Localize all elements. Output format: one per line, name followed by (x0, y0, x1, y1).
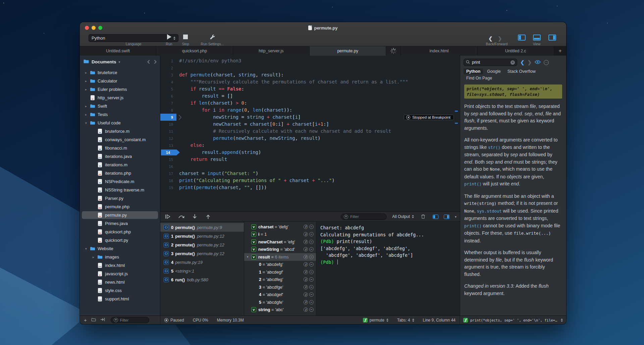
collapse-console-button[interactable]: ▾ (455, 215, 457, 219)
gutter-line-18[interactable]: 18 (160, 177, 176, 184)
docs-content[interactable]: print(*objects, sep=' ', end='\n',file=s… (460, 81, 566, 315)
remove-icon[interactable] (309, 232, 314, 236)
docs-tab-python[interactable]: Python (464, 68, 483, 74)
file-tree-item[interactable]: ▸Tests (80, 110, 160, 119)
variable-row[interactable]: 1 = 'abcdegf'i (244, 268, 316, 276)
file-tree-item[interactable]: phppermute.php (80, 203, 160, 211)
variable-row[interactable]: 0 = 'abcdefg'i (244, 261, 316, 269)
variable-row[interactable]: Vstring = 'abc'i (244, 306, 316, 314)
step-out-button[interactable] (204, 214, 212, 219)
gutter-line-1[interactable]: 1 (160, 57, 176, 64)
docs-tab-google[interactable]: Google (484, 68, 503, 74)
gutter-line-5[interactable]: 5 (160, 85, 176, 93)
info-icon[interactable]: i (304, 240, 308, 244)
gutter-line-2[interactable]: 2 (160, 64, 176, 71)
info-icon[interactable]: i (304, 300, 308, 304)
info-icon[interactable]: i (304, 292, 308, 297)
console-layout-right-toggle[interactable] (444, 215, 449, 219)
gutter-line-19[interactable]: 19 (160, 184, 176, 191)
gutter-line-8[interactable]: 8 (160, 107, 176, 114)
stack-frame[interactable]: {}1permute()permute.py:12 (160, 232, 244, 240)
file-tree-item[interactable]: mfibonacci.m (80, 144, 160, 152)
file-tree-item[interactable]: mNSPredicate.m (80, 177, 160, 186)
tab-quicksort-php[interactable]: quicksort.php (156, 46, 233, 56)
variable-row[interactable]: ▾Vresult = 6 itemsi (244, 253, 316, 261)
statusbar-docs-section[interactable]: ƒ print(*objects, sep=' ', end='\n', fil… (460, 316, 566, 324)
tabs-count-selector[interactable]: Tabs: 4 (397, 318, 414, 323)
file-tree-item[interactable]: htmlnews.html (80, 278, 160, 286)
variable-row[interactable]: 3 = 'abcdfge'i (244, 283, 316, 291)
info-icon[interactable]: i (304, 262, 308, 267)
stack-frame[interactable]: {}2permute()permute.py:12 (160, 240, 244, 249)
remove-icon[interactable] (309, 300, 314, 304)
gutter-line-10[interactable]: 10 (160, 121, 176, 128)
documents-header[interactable]: Documents ▾ (80, 56, 160, 68)
variable-row[interactable]: 4 = 'abcdgef'i (244, 291, 316, 299)
add-file-button[interactable]: + (84, 317, 87, 323)
gutter-line-9[interactable]: 9 (160, 114, 176, 121)
add-tab-button[interactable]: + (554, 46, 566, 56)
gutter-line-15[interactable]: 15 (160, 156, 176, 163)
remove-icon[interactable] (309, 240, 314, 244)
stack-frame[interactable]: {}6run()bdb.py:580 (160, 275, 244, 284)
file-tree-item[interactable]: ▾Useful code (80, 119, 160, 127)
file-tree-item[interactable]: pyquicksort.py (80, 236, 160, 244)
file-tree-item[interactable]: ▸images (80, 253, 160, 261)
gutter-line-11[interactable]: 11 (160, 128, 176, 135)
file-tree-item[interactable]: mNSString traverse.m (80, 186, 160, 194)
stack-frame[interactable]: {}5<string>:1 (160, 267, 244, 275)
file-tree-item[interactable]: htmlsupport.html (80, 295, 160, 303)
gutter-line-3[interactable]: 3 (160, 71, 176, 78)
step-over-button[interactable] (177, 214, 185, 219)
tab-index-html[interactable]: index.html (401, 46, 477, 56)
file-tree-item[interactable]: mconways_constant.m (80, 135, 160, 144)
gutter-line-14[interactable]: 14 (160, 149, 176, 156)
remove-icon[interactable] (309, 247, 314, 251)
tab-http-server-js[interactable]: http_server.js (233, 46, 310, 56)
file-tree-item[interactable]: jsjavascript.js (80, 270, 160, 278)
file-tree-item[interactable]: ▸Euler problems (80, 85, 160, 94)
info-icon[interactable]: i (304, 255, 308, 259)
file-tree-item[interactable]: cssstyle.css (80, 286, 160, 295)
new-folder-button[interactable] (91, 318, 96, 323)
remove-icon[interactable] (309, 277, 314, 282)
file-tree-item[interactable]: javaPrimes.java (80, 219, 160, 228)
clear-console-button[interactable] (419, 214, 427, 219)
variable-row[interactable]: 2 = 'abcdfeg'i (244, 276, 316, 284)
docs-tab-find-on-page[interactable]: Find On Page (464, 75, 495, 81)
file-tree-item[interactable]: javaiterations.java (80, 152, 160, 161)
docs-forward-button[interactable]: ❯ (528, 59, 532, 65)
info-icon[interactable]: i (304, 277, 308, 282)
docs-eye-button[interactable] (535, 59, 541, 65)
gutter-line-13[interactable]: 13 (160, 142, 176, 149)
output-select[interactable]: All Output (392, 214, 414, 219)
clear-search-icon[interactable]: ✕ (511, 60, 515, 65)
remove-icon[interactable] (309, 292, 314, 297)
file-tree-item[interactable]: ▸Swift (80, 102, 160, 110)
view-toggle-console[interactable] (533, 35, 541, 41)
stack-frame[interactable]: {}3permute()permute.py:12 (160, 249, 244, 258)
tree-back-button[interactable] (147, 60, 150, 64)
sidebar-filter[interactable] (111, 317, 149, 323)
stack-frame[interactable]: {}0permute()permute.py:9 (160, 223, 244, 232)
tree-forward-button[interactable] (154, 60, 157, 64)
docs-back-button[interactable]: ❮ (520, 59, 525, 65)
file-tree-item[interactable]: miterations.m (80, 161, 160, 169)
tab-permute-py[interactable]: permute.py (310, 46, 386, 56)
reveal-file-button[interactable] (100, 318, 105, 323)
remove-icon[interactable] (309, 225, 314, 229)
file-tree-item[interactable]: ▸bruteforce (80, 68, 160, 77)
step-into-button[interactable] (191, 214, 199, 219)
continue-button[interactable] (164, 214, 172, 219)
variable-row[interactable]: 5 = 'abcdgfe'i (244, 298, 316, 306)
file-tree-item[interactable]: ▸Calculator (80, 77, 160, 85)
docs-tab-stack-overflow[interactable]: Stack Overflow (505, 68, 538, 74)
file-tree-item[interactable]: pyParser.py (80, 194, 160, 203)
info-icon[interactable]: i (304, 225, 308, 229)
remove-icon[interactable] (309, 262, 314, 267)
docs-search-input[interactable] (472, 60, 505, 65)
stack-frame[interactable]: {}4permute.py:19 (160, 258, 244, 267)
gutter-line-17[interactable]: 17 (160, 170, 176, 177)
function-selector[interactable]: ƒ permute (363, 318, 388, 323)
gutter-line-7[interactable]: 7 (160, 100, 176, 107)
